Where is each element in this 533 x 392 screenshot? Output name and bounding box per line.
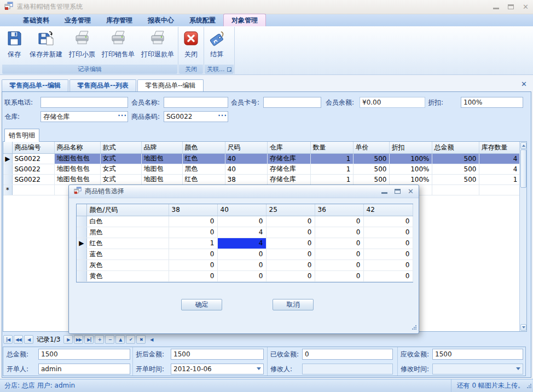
- matrix-row: 灰色 0 0 0 0 0: [77, 260, 413, 270]
- grid-vertical-scrollbar[interactable]: [519, 142, 526, 331]
- creator-field[interactable]: [38, 364, 130, 374]
- contact-phone-label: 联系电话:: [4, 97, 33, 108]
- received-amount-field[interactable]: [302, 349, 393, 360]
- dialog-maximize-icon[interactable]: [395, 189, 401, 194]
- dialog-launcher-icon[interactable]: [227, 67, 231, 72]
- member-card-input[interactable]: [263, 97, 321, 108]
- nav-prev-page-button[interactable]: ◀◀: [14, 335, 23, 344]
- contact-phone-input[interactable]: [40, 97, 128, 108]
- ribbon-tab-base-data[interactable]: 基础资料: [15, 14, 57, 26]
- print-refund-button-label: 打印退款单: [141, 50, 174, 59]
- nav-delete-button[interactable]: −: [105, 335, 114, 344]
- scroll-up-icon[interactable]: [520, 142, 526, 149]
- col-size-38[interactable]: 38: [169, 204, 217, 216]
- nav-next-button[interactable]: ▶: [63, 335, 73, 344]
- settle-button[interactable]: 结算: [205, 27, 229, 65]
- statusbar-upload-panel: 还有 0 幅图片未上传。: [451, 379, 533, 392]
- ribbon-group-related: 结算 关联...: [204, 27, 235, 74]
- col-unit-price[interactable]: 单价: [353, 142, 389, 153]
- doc-tab-retail-edit-2[interactable]: 零售商品单--编辑: [137, 79, 204, 91]
- col-size-40[interactable]: 40: [217, 204, 266, 216]
- col-style[interactable]: 款式: [100, 142, 141, 153]
- ribbon-tab-business[interactable]: 业务管理: [57, 14, 99, 26]
- member-name-label: 会员名称:: [131, 97, 160, 108]
- col-size-42[interactable]: 42: [363, 204, 413, 216]
- col-color[interactable]: 颜色: [182, 142, 225, 153]
- print-refund-button[interactable]: 打印退款单: [138, 27, 177, 65]
- printer-icon: [149, 30, 166, 47]
- nav-first-button[interactable]: |◀: [3, 335, 13, 344]
- save-button[interactable]: 保存: [2, 27, 26, 65]
- col-brand[interactable]: 品牌: [141, 142, 182, 153]
- receivable-amount-field[interactable]: [432, 349, 523, 360]
- col-size-36[interactable]: 36: [315, 204, 363, 216]
- col-discount[interactable]: 折扣: [389, 142, 432, 153]
- creator-label: 开单人:: [7, 364, 28, 374]
- dialog-resize-grip-icon[interactable]: [412, 324, 417, 332]
- discount-input[interactable]: [461, 97, 523, 108]
- statusbar-branch-user: 分店: 总店 用户: admin: [4, 381, 75, 390]
- col-warehouse[interactable]: 仓库: [267, 142, 310, 153]
- maximize-icon[interactable]: [508, 4, 514, 9]
- nav-post-button[interactable]: ✔: [126, 335, 135, 344]
- ribbon-tab-system-config[interactable]: 系统配置: [182, 14, 223, 26]
- nav-edit-button[interactable]: ▲: [115, 335, 125, 344]
- dialog-titlebar[interactable]: 商品销售选择 ✕: [69, 185, 419, 198]
- cancel-button[interactable]: 取消: [273, 299, 314, 310]
- dialog-minimize-icon[interactable]: [381, 189, 387, 194]
- create-time-dropdown-icon[interactable]: [257, 367, 261, 370]
- save-and-new-button[interactable]: 保存并新建: [26, 27, 66, 65]
- ribbon-tab-object-manage[interactable]: 对象管理: [223, 14, 266, 26]
- col-stock[interactable]: 库存数量: [479, 142, 520, 153]
- minimize-icon[interactable]: [493, 4, 499, 9]
- total-amount-field[interactable]: [38, 349, 130, 360]
- nav-cancel-button[interactable]: ✖: [136, 335, 146, 344]
- col-product-name[interactable]: 商品名称: [54, 142, 100, 153]
- print-receipt-button[interactable]: 打印小票: [66, 27, 99, 65]
- col-size[interactable]: 尺码: [225, 142, 267, 153]
- received-amount-label: 已收金额:: [270, 349, 299, 360]
- doc-tab-retail-edit-1[interactable]: 零售商品单--编辑: [2, 79, 68, 91]
- close-icon[interactable]: ✕: [523, 3, 529, 10]
- col-size-25[interactable]: 25: [266, 204, 315, 216]
- price-tag-icon: [208, 30, 225, 47]
- ribbon-tab-reports[interactable]: 报表中心: [140, 14, 182, 26]
- tab-sales-detail[interactable]: 销售明细: [4, 129, 39, 142]
- dialog-close-icon[interactable]: ✕: [408, 188, 414, 195]
- close-document-button-label: 关闭: [184, 50, 198, 59]
- nav-append-button[interactable]: +: [95, 335, 104, 344]
- group-caption-related: 关联...: [205, 65, 234, 74]
- totals-footer: 总金额: 折后金额: 已收金额: 应收金额: 开单人: 开单时间: 修改人: 修…: [3, 347, 526, 376]
- col-product-code[interactable]: 商品编号: [12, 142, 54, 153]
- close-document-tab-icon[interactable]: ✕: [521, 80, 527, 88]
- discounted-amount-field[interactable]: [171, 349, 264, 360]
- modify-time-dropdown-icon[interactable]: [516, 367, 520, 370]
- print-sales-order-button[interactable]: 打印销售单: [99, 27, 138, 65]
- col-quantity[interactable]: 数量: [310, 142, 353, 153]
- ribbon-tab-inventory[interactable]: 库存管理: [99, 14, 140, 26]
- warehouse-lookup-icon[interactable]: ···: [118, 111, 127, 122]
- scrollbar-thumb[interactable]: [520, 149, 526, 188]
- document-tab-strip: 零售商品单--编辑 零售商品单--列表 零售商品单--编辑 ✕: [0, 75, 533, 91]
- window-title: 蓝格鞋帽销售管理系统: [17, 2, 83, 11]
- col-color-size[interactable]: 颜色/尺码: [86, 204, 169, 216]
- warehouse-input[interactable]: [40, 111, 128, 122]
- col-total[interactable]: 总金额: [432, 142, 479, 153]
- member-name-input[interactable]: [164, 97, 228, 108]
- resize-grip-icon[interactable]: [526, 383, 532, 390]
- ok-button[interactable]: 确定: [181, 299, 222, 310]
- create-time-field[interactable]: [171, 364, 264, 374]
- warehouse-label: 仓库:: [4, 111, 20, 122]
- printer-icon: [73, 30, 91, 47]
- barcode-lookup-icon[interactable]: ···: [218, 111, 227, 122]
- close-document-button[interactable]: 关闭: [179, 27, 203, 65]
- nav-last-button[interactable]: ▶|: [84, 335, 94, 344]
- doc-tab-retail-list[interactable]: 零售商品单--列表: [69, 79, 136, 91]
- scroll-down-icon[interactable]: [520, 324, 526, 331]
- selected-cell[interactable]: 4: [217, 238, 266, 249]
- nav-prev-button[interactable]: ◀: [24, 335, 33, 344]
- matrix-header-row: 颜色/尺码 38 40 25 36 42: [77, 204, 413, 216]
- nav-collapse-icon[interactable]: ◀: [147, 335, 156, 344]
- member-card-label: 会员卡号:: [231, 97, 259, 108]
- nav-next-page-button[interactable]: ▶▶: [74, 335, 83, 344]
